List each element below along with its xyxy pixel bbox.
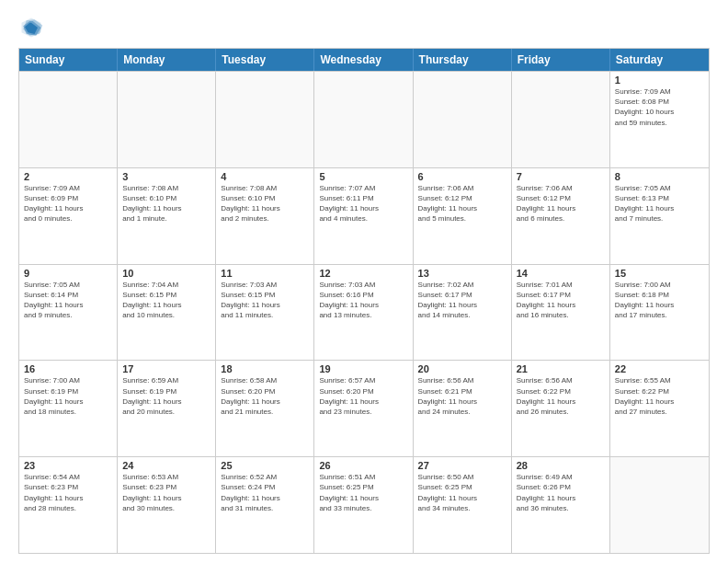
calendar-day-3: 3Sunrise: 7:08 AM Sunset: 6:10 PM Daylig… <box>118 168 216 264</box>
calendar-day-empty-0-1 <box>118 72 216 167</box>
day-number: 10 <box>122 268 210 279</box>
calendar-day-23: 23Sunrise: 6:54 AM Sunset: 6:23 PM Dayli… <box>19 457 118 553</box>
day-number: 9 <box>24 268 112 279</box>
day-info: Sunrise: 7:09 AM Sunset: 6:09 PM Dayligh… <box>24 183 112 224</box>
day-info: Sunrise: 7:01 AM Sunset: 6:17 PM Dayligh… <box>517 280 605 321</box>
day-number: 25 <box>221 460 309 471</box>
day-info: Sunrise: 7:04 AM Sunset: 6:15 PM Dayligh… <box>122 280 210 321</box>
calendar-day-26: 26Sunrise: 6:51 AM Sunset: 6:25 PM Dayli… <box>314 457 413 553</box>
calendar-day-9: 9Sunrise: 7:05 AM Sunset: 6:14 PM Daylig… <box>19 265 118 361</box>
calendar-row-0: 1Sunrise: 7:09 AM Sunset: 6:08 PM Daylig… <box>19 71 709 167</box>
day-info: Sunrise: 7:05 AM Sunset: 6:14 PM Dayligh… <box>24 280 112 321</box>
calendar-day-20: 20Sunrise: 6:56 AM Sunset: 6:21 PM Dayli… <box>414 361 512 456</box>
day-number: 7 <box>517 171 605 182</box>
calendar-day-4: 4Sunrise: 7:08 AM Sunset: 6:10 PM Daylig… <box>216 168 314 264</box>
day-info: Sunrise: 7:05 AM Sunset: 6:13 PM Dayligh… <box>615 183 704 224</box>
day-info: Sunrise: 7:06 AM Sunset: 6:12 PM Dayligh… <box>418 183 506 224</box>
day-number: 1 <box>615 75 704 86</box>
calendar-day-8: 8Sunrise: 7:05 AM Sunset: 6:13 PM Daylig… <box>610 168 709 264</box>
calendar-day-5: 5Sunrise: 7:07 AM Sunset: 6:11 PM Daylig… <box>314 168 413 264</box>
day-info: Sunrise: 7:03 AM Sunset: 6:15 PM Dayligh… <box>221 280 309 321</box>
calendar-day-1: 1Sunrise: 7:09 AM Sunset: 6:08 PM Daylig… <box>610 72 709 167</box>
day-info: Sunrise: 7:06 AM Sunset: 6:12 PM Dayligh… <box>517 183 605 224</box>
day-info: Sunrise: 6:55 AM Sunset: 6:22 PM Dayligh… <box>615 375 704 417</box>
calendar: SundayMondayTuesdayWednesdayThursdayFrid… <box>18 48 710 554</box>
calendar-day-18: 18Sunrise: 6:58 AM Sunset: 6:20 PM Dayli… <box>216 361 314 456</box>
day-number: 28 <box>517 460 605 471</box>
calendar-day-empty-0-0 <box>19 72 118 167</box>
day-info: Sunrise: 7:07 AM Sunset: 6:11 PM Dayligh… <box>319 183 407 224</box>
day-info: Sunrise: 6:56 AM Sunset: 6:21 PM Dayligh… <box>418 375 506 417</box>
day-number: 5 <box>319 171 407 182</box>
calendar-day-21: 21Sunrise: 6:56 AM Sunset: 6:22 PM Dayli… <box>512 361 610 456</box>
calendar-day-19: 19Sunrise: 6:57 AM Sunset: 6:20 PM Dayli… <box>314 361 413 456</box>
calendar-header-wednesday: Wednesday <box>314 49 413 71</box>
day-number: 12 <box>319 268 407 279</box>
day-info: Sunrise: 6:59 AM Sunset: 6:19 PM Dayligh… <box>122 375 210 417</box>
day-number: 3 <box>122 171 210 182</box>
day-number: 19 <box>319 363 407 374</box>
calendar-header-monday: Monday <box>118 49 216 71</box>
calendar-day-empty-0-2 <box>216 72 314 167</box>
day-info: Sunrise: 6:52 AM Sunset: 6:24 PM Dayligh… <box>221 472 309 513</box>
day-number: 16 <box>24 363 112 374</box>
calendar-row-1: 2Sunrise: 7:09 AM Sunset: 6:09 PM Daylig… <box>19 167 709 264</box>
calendar-day-16: 16Sunrise: 7:00 AM Sunset: 6:19 PM Dayli… <box>19 361 118 456</box>
calendar-header-sunday: Sunday <box>19 49 118 71</box>
logo <box>18 15 48 40</box>
day-info: Sunrise: 6:58 AM Sunset: 6:20 PM Dayligh… <box>221 375 309 417</box>
day-info: Sunrise: 7:00 AM Sunset: 6:19 PM Dayligh… <box>24 375 112 417</box>
calendar-header-friday: Friday <box>512 49 610 71</box>
calendar-day-28: 28Sunrise: 6:49 AM Sunset: 6:26 PM Dayli… <box>512 457 610 553</box>
day-number: 26 <box>319 460 407 471</box>
calendar-day-empty-0-4 <box>414 72 512 167</box>
day-number: 23 <box>24 460 112 471</box>
calendar-body: 1Sunrise: 7:09 AM Sunset: 6:08 PM Daylig… <box>19 71 709 553</box>
calendar-day-27: 27Sunrise: 6:50 AM Sunset: 6:25 PM Dayli… <box>414 457 512 553</box>
day-number: 4 <box>221 171 309 182</box>
day-info: Sunrise: 6:50 AM Sunset: 6:25 PM Dayligh… <box>418 472 506 513</box>
day-info: Sunrise: 6:53 AM Sunset: 6:23 PM Dayligh… <box>122 472 210 513</box>
day-number: 14 <box>517 268 605 279</box>
calendar-row-3: 16Sunrise: 7:00 AM Sunset: 6:19 PM Dayli… <box>19 360 709 456</box>
day-info: Sunrise: 6:51 AM Sunset: 6:25 PM Dayligh… <box>319 472 407 513</box>
calendar-day-14: 14Sunrise: 7:01 AM Sunset: 6:17 PM Dayli… <box>512 265 610 361</box>
day-number: 11 <box>221 268 309 279</box>
day-number: 20 <box>418 363 506 374</box>
page: SundayMondayTuesdayWednesdayThursdayFrid… <box>0 0 728 563</box>
day-number: 21 <box>517 363 605 374</box>
calendar-row-4: 23Sunrise: 6:54 AM Sunset: 6:23 PM Dayli… <box>19 456 709 553</box>
day-number: 27 <box>418 460 506 471</box>
header <box>18 15 710 40</box>
calendar-header-tuesday: Tuesday <box>216 49 314 71</box>
day-number: 15 <box>615 268 704 279</box>
day-number: 13 <box>418 268 506 279</box>
calendar-day-7: 7Sunrise: 7:06 AM Sunset: 6:12 PM Daylig… <box>512 168 610 264</box>
calendar-row-2: 9Sunrise: 7:05 AM Sunset: 6:14 PM Daylig… <box>19 264 709 361</box>
day-number: 22 <box>615 363 704 374</box>
calendar-day-6: 6Sunrise: 7:06 AM Sunset: 6:12 PM Daylig… <box>414 168 512 264</box>
day-info: Sunrise: 6:57 AM Sunset: 6:20 PM Dayligh… <box>319 375 407 417</box>
day-number: 6 <box>418 171 506 182</box>
day-info: Sunrise: 7:09 AM Sunset: 6:08 PM Dayligh… <box>615 86 704 128</box>
day-number: 24 <box>122 460 210 471</box>
day-number: 18 <box>221 363 309 374</box>
calendar-header-saturday: Saturday <box>610 49 709 71</box>
calendar-day-22: 22Sunrise: 6:55 AM Sunset: 6:22 PM Dayli… <box>610 361 709 456</box>
day-info: Sunrise: 7:00 AM Sunset: 6:18 PM Dayligh… <box>615 280 704 321</box>
calendar-day-2: 2Sunrise: 7:09 AM Sunset: 6:09 PM Daylig… <box>19 168 118 264</box>
calendar-day-25: 25Sunrise: 6:52 AM Sunset: 6:24 PM Dayli… <box>216 457 314 553</box>
calendar-day-empty-0-5 <box>512 72 610 167</box>
day-info: Sunrise: 7:08 AM Sunset: 6:10 PM Dayligh… <box>221 183 309 224</box>
day-info: Sunrise: 6:54 AM Sunset: 6:23 PM Dayligh… <box>24 472 112 513</box>
calendar-day-11: 11Sunrise: 7:03 AM Sunset: 6:15 PM Dayli… <box>216 265 314 361</box>
logo-icon <box>18 15 44 40</box>
day-info: Sunrise: 7:08 AM Sunset: 6:10 PM Dayligh… <box>122 183 210 224</box>
day-info: Sunrise: 7:02 AM Sunset: 6:17 PM Dayligh… <box>418 280 506 321</box>
calendar-day-24: 24Sunrise: 6:53 AM Sunset: 6:23 PM Dayli… <box>118 457 216 553</box>
calendar-day-10: 10Sunrise: 7:04 AM Sunset: 6:15 PM Dayli… <box>118 265 216 361</box>
day-info: Sunrise: 6:49 AM Sunset: 6:26 PM Dayligh… <box>517 472 605 513</box>
calendar-day-empty-4-6 <box>610 457 709 553</box>
day-number: 8 <box>615 171 704 182</box>
calendar-header-thursday: Thursday <box>414 49 512 71</box>
